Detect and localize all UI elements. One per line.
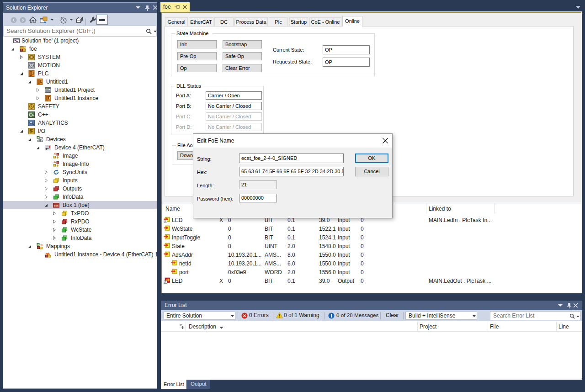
- svg-text:ssc: ssc: [54, 204, 59, 207]
